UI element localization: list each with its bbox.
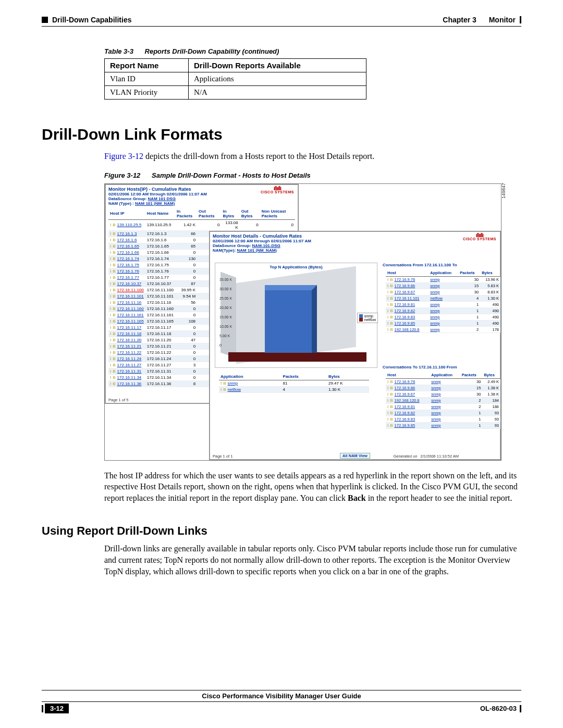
conv-host-link[interactable]: 172.16.9.83 (395, 315, 415, 319)
conv-host-link[interactable]: 172.16.9.78 (395, 277, 415, 282)
conv-app-link[interactable]: snmp (430, 290, 439, 294)
conv-cell[interactable]: IB172.16.9.82 (386, 307, 429, 314)
ds-value-link[interactable]: NAM 101 DSG (148, 196, 176, 201)
conv-cell[interactable]: snmp (429, 289, 458, 295)
hosts-cell[interactable]: IB172.16.11.27 (108, 362, 145, 368)
conv-host-link[interactable]: 172.16.9.81 (395, 302, 415, 307)
conv-cell[interactable]: snmp (430, 416, 460, 422)
hosts-cell[interactable]: IB172.16.11.36 (108, 380, 145, 387)
conv-cell[interactable]: IB172.16.9.85 (386, 320, 429, 326)
conv-app-link[interactable]: snmp (430, 277, 439, 282)
conv-cell[interactable]: snmp (430, 378, 460, 385)
conv-th[interactable]: Bytes (480, 269, 500, 277)
hosts-cell[interactable]: IB172.16.11.16 (108, 299, 145, 305)
conv-app-link[interactable]: snmp (430, 302, 439, 307)
conv-host-link[interactable]: 192.168.120.8 (395, 398, 420, 403)
host-ip-link[interactable]: 139.110.25.5 (117, 223, 142, 227)
conv-cell[interactable]: IB172.16.9.81 (386, 301, 429, 307)
host-ip-link[interactable]: 172.16.11.34 (117, 375, 142, 380)
conv-cell[interactable]: snmp (430, 422, 460, 428)
conv-cell[interactable]: IB172.16.9.86 (386, 282, 429, 289)
conv-host-link[interactable]: 172.16.9.85 (395, 423, 415, 428)
ds-value-link[interactable]: NAM-101-DSG (252, 243, 280, 248)
conv-app-link[interactable]: snmp (431, 423, 440, 428)
conv-cell[interactable]: IB172.16.9.86 (386, 385, 430, 391)
conv-cell[interactable]: IB172.16.9.83 (386, 314, 429, 320)
host-ip-link[interactable]: 172.16.11.36 (117, 381, 142, 386)
conv-app-link[interactable]: snmp (431, 379, 440, 384)
conv-host-link[interactable]: 172.16.9.82 (395, 309, 415, 313)
host-ip-link[interactable]: 172.16.11.160 (117, 306, 144, 311)
conv-cell[interactable]: IB172.16.9.82 (386, 410, 430, 416)
figure-link[interactable]: Figure 3-12 (104, 152, 143, 161)
conv-cell[interactable]: IB172.16.11.101 (386, 295, 429, 301)
host-ip-link[interactable]: 172.16.1.3 (117, 231, 137, 236)
all-nam-view-button[interactable]: All NAM View (340, 453, 370, 459)
host-ip-link[interactable]: 172.16.1.76 (117, 269, 139, 274)
app-th[interactable]: Bytes (327, 373, 369, 380)
conv-cell[interactable]: snmp (430, 410, 460, 416)
conv-cell[interactable]: IB172.16.9.67 (386, 391, 430, 397)
conv-cell[interactable]: IB192.168.120.8 (386, 397, 430, 403)
conv-cell[interactable]: snmp (429, 276, 458, 282)
conv-host-link[interactable]: 172.16.9.83 (395, 417, 415, 422)
conv-cell[interactable]: snmp (429, 314, 458, 320)
host-ip-link[interactable]: 172.16.1.66 (117, 250, 139, 255)
hosts-cell[interactable]: IB172.16.11.31 (108, 368, 145, 374)
conv-th[interactable]: Packets (458, 269, 480, 277)
hosts-cell[interactable]: IB172.16.1.6 (108, 237, 145, 243)
conv-app-link[interactable]: snmp (431, 392, 440, 397)
hosts-cell[interactable]: IB172.16.1.3 (108, 230, 145, 237)
conv-host-link[interactable]: 172.16.9.67 (395, 392, 415, 397)
conv-host-link[interactable]: 172.16.11.101 (395, 296, 420, 301)
conv-app-link[interactable]: snmp (430, 315, 439, 319)
nam-value-link[interactable]: NAM 101 (NM_NAM) (135, 201, 175, 206)
app-link[interactable]: snmp (228, 381, 238, 386)
app-th[interactable]: Packets (282, 373, 327, 380)
hosts-cell[interactable]: IB172.16.11.22 (108, 349, 145, 355)
hosts-cell[interactable]: IB172.16.11.24 (108, 355, 145, 362)
conv-cell[interactable]: snmp (430, 391, 460, 397)
conv-th[interactable]: Host (386, 372, 430, 379)
host-ip-link[interactable]: 172.16.10.37 (117, 281, 142, 286)
hosts-cell[interactable]: IB172.16.11.165 (108, 318, 145, 324)
hosts-cell[interactable]: IB172.16.10.37 (108, 280, 145, 287)
hosts-th[interactable]: In Bytes (221, 208, 239, 220)
app-th[interactable]: Application (219, 373, 282, 380)
conv-app-link[interactable]: snmp (430, 283, 439, 288)
hosts-cell[interactable]: IB172.16.1.74 (108, 255, 145, 262)
hosts-cell[interactable]: IB172.16.1.76 (108, 268, 145, 274)
host-ip-link[interactable]: 172.16.11.27 (117, 363, 142, 367)
conv-host-link[interactable]: 172.16.9.86 (395, 386, 415, 390)
conv-cell[interactable]: IB172.16.9.81 (386, 403, 430, 410)
conv-host-link[interactable]: 172.16.9.67 (395, 290, 415, 294)
hosts-cell[interactable]: IB172.16.1.75 (108, 262, 145, 268)
conv-cell[interactable]: snmp (429, 320, 458, 326)
conv-cell[interactable]: snmp (429, 326, 458, 332)
hosts-th[interactable]: Host IP (108, 208, 145, 220)
conv-app-link[interactable]: snmp (430, 309, 439, 313)
host-ip-link[interactable]: 172.16.11.16 (117, 300, 142, 305)
conv-cell[interactable]: snmp (430, 397, 460, 403)
hosts-th[interactable]: Host Name (145, 208, 175, 220)
conv-cell[interactable]: IB192.168.120.8 (386, 326, 429, 332)
host-ip-link[interactable]: 172.16.11.22 (117, 350, 142, 355)
conv-host-link[interactable]: 172.16.9.82 (395, 411, 415, 415)
hosts-cell[interactable]: IB172.16.1.65 (108, 243, 145, 249)
app-link[interactable]: netflow (228, 387, 241, 392)
hosts-cell[interactable]: IB139.110.25.5 (108, 219, 145, 230)
hosts-th[interactable]: Out Packets (197, 208, 221, 220)
conv-app-link[interactable]: snmp (431, 386, 440, 390)
conv-app-link[interactable]: netflow (430, 296, 443, 301)
app-cell[interactable]: IBnetflow (219, 386, 282, 392)
conv-th[interactable]: Bytes (482, 372, 500, 379)
host-ip-link[interactable]: 172.16.1.75 (117, 263, 139, 267)
conv-host-link[interactable]: 192.168.120.8 (395, 327, 420, 332)
conv-host-link[interactable]: 172.16.9.85 (395, 321, 415, 326)
conv-cell[interactable]: IB172.16.9.85 (386, 422, 430, 428)
hosts-cell[interactable]: IB172.16.11.20 (108, 337, 145, 343)
host-ip-link[interactable]: 172.16.1.74 (117, 256, 139, 261)
host-ip-link[interactable]: 172.16.1.6 (117, 238, 137, 242)
conv-cell[interactable]: snmp (429, 282, 458, 289)
conv-cell[interactable]: netflow (429, 295, 458, 301)
